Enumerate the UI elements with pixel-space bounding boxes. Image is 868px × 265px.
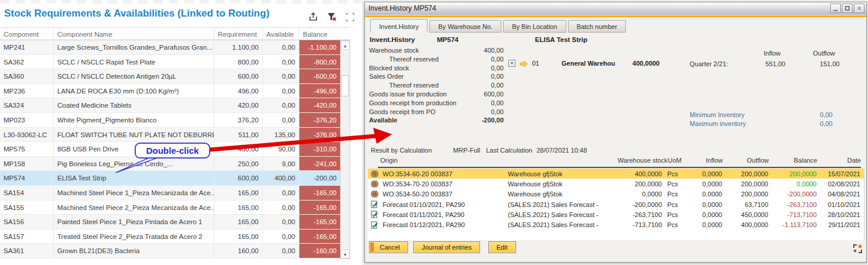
cell-available: 0,00 [262, 215, 299, 229]
detail-row[interactable]: WO:3534-70-20 003837 Warehouse gfjStok 2… [368, 179, 864, 189]
minimize-button[interactable] [830, 4, 841, 13]
inventory-limits: Minimum Inventory 0,00 Maximum inventory… [690, 111, 833, 128]
window-titlebar[interactable]: Invent.History MP574 ✕ [365, 2, 866, 15]
close-button[interactable]: ✕ [854, 4, 864, 13]
cell-requirement: 376,20 [214, 113, 262, 127]
action-button[interactable]: Cancel [369, 241, 408, 253]
table-row[interactable]: L30-93062-LC FLOAT SWITCH TUBE NUT PLATE… [0, 128, 350, 143]
cell-available: 135,00 [262, 128, 299, 142]
expand-plus-icon[interactable]: + [508, 60, 515, 67]
cell-source: (SALES.2021) Sales Forecast - [508, 221, 617, 228]
action-button[interactable]: Edit [488, 241, 516, 253]
cell-outflow: 200,0000 [725, 180, 771, 188]
column-header-outflow[interactable]: Outflow [725, 157, 771, 164]
filter-clear-icon[interactable] [327, 12, 337, 22]
cell-balance: -165,00 [299, 186, 340, 200]
field-label: Goods issue for production [369, 91, 461, 99]
cell-source: (SALES.2021) Sales Forecast - [508, 211, 617, 218]
tab[interactable]: By Bin Location [503, 20, 566, 33]
cell-component-name: Coated Medicine Tablets [53, 98, 214, 112]
column-header-balance[interactable]: Balance [299, 28, 340, 40]
detail-table-header: Origin Warehouse stock UoM Inflow Outflo… [368, 157, 864, 164]
link-arrow-icon[interactable] [520, 60, 528, 69]
cell-warehouse-stock: -263,7100 [617, 211, 664, 218]
table-row[interactable]: SA157 Treated Steel Piece 2_Pieza Tratad… [0, 230, 350, 244]
column-header-uom[interactable]: UoM [665, 157, 683, 164]
tab[interactable]: Batch number [568, 20, 626, 33]
table-row[interactable]: SA324 Coated Medicine Tablets 420,00 0,0… [0, 98, 350, 113]
outflow-value: 151,00 [789, 60, 843, 69]
summary-field-row: Goods receipt from production 0,00 [369, 99, 504, 108]
cell-component-name: Large Screws_Tornillos Grandes_Parafusos… [53, 40, 214, 54]
cell-date: 01/10/2021 [819, 201, 863, 208]
summary-field-row: Thereof reserved 0,00 [369, 82, 504, 91]
cell-source: Warehouse gfjStok [508, 180, 617, 188]
column-header-requirement[interactable]: Requirement [214, 28, 262, 40]
row-icon [368, 211, 381, 218]
column-header-date[interactable]: Date [820, 157, 863, 164]
scroll-down-icon[interactable]: ▼ [341, 250, 350, 258]
cell-inflow: 0,0000 [682, 180, 725, 188]
export-icon[interactable] [308, 11, 319, 22]
table-row[interactable]: MP023 White Pigment_Pigmento Blanco 376,… [0, 113, 350, 128]
scrollbar-thumb[interactable] [341, 75, 349, 96]
column-header-warehouse-stock[interactable]: Warehouse stock [618, 157, 665, 164]
cell-requirement: 1.100,00 [214, 40, 262, 54]
column-header-component[interactable]: Component [0, 28, 53, 40]
cell-component: L30-93062-LC [0, 128, 53, 142]
detail-row[interactable]: WO:3534-60-20 003837 Warehouse gfjStok 4… [368, 169, 864, 179]
maximize-button[interactable] [842, 4, 853, 13]
cell-requirement: 160,00 [214, 244, 262, 258]
cell-warehouse-stock: 200,0000 [617, 180, 664, 188]
cell-component: MP023 [0, 113, 53, 127]
warehouse-name: General Warehou [562, 60, 615, 67]
column-header-inflow[interactable]: Inflow [683, 157, 725, 164]
table-row[interactable]: SA156 Painted Steel Piece 1_Pieza Pintad… [0, 215, 350, 230]
table-row[interactable]: MP158 Pig Boneless Leg_Pierna de Cerdo_.… [0, 157, 350, 172]
cell-origin: WO:3534-50-20 003837 [381, 190, 508, 198]
table-row[interactable]: SA362 SCLC / NSCLC Rapid Test Plate 800,… [0, 55, 350, 70]
table-row[interactable]: MP241 Large Screws_Tornillos Grandes_Par… [0, 40, 350, 55]
calc-label: Result by Calculation [371, 147, 432, 154]
column-header-available[interactable]: Available [262, 28, 299, 40]
table-row[interactable]: SA360 SCLC / NSCLC Detection Antigen 20µ… [0, 69, 350, 84]
cell-origin: Forecast 01/10/2021, PA290 [381, 201, 508, 208]
detail-row[interactable]: Forecast 01/10/2021, PA290 (SALES.2021) … [368, 199, 864, 209]
table-row[interactable]: SA154 Machined Steel Piece 1_Pieza Mecan… [0, 186, 350, 201]
cell-balance: -496,00 [299, 84, 340, 98]
detail-row[interactable]: WO:3534-50-20 003837 Warehouse gfjStok 0… [368, 189, 864, 199]
table-scrollbar[interactable]: ▲ ▼ [340, 40, 350, 259]
cell-requirement: 496,00 [214, 84, 262, 98]
tab[interactable]: By Warehouse No. [429, 20, 501, 33]
limit-label: Maximum inventory [690, 120, 797, 129]
cell-available: 0,00 [262, 244, 299, 258]
table-row[interactable]: MP574 ELISA Test Strip 600,00 400,00 -20… [0, 171, 350, 186]
cell-balance: -1.113,7100 [771, 221, 819, 228]
cell-warehouse-stock: -200,0000 [617, 201, 664, 208]
cell-date: 04/08/2021 [819, 190, 863, 198]
column-header-name[interactable]: Component Name [53, 28, 214, 40]
detail-row[interactable]: Forecast 01/11/2021, PA290 (SALES.2021) … [368, 209, 864, 219]
table-row[interactable]: SA155 Machined Steel Piece 2_Pieza Mecan… [0, 201, 350, 215]
cell-component-name: Treated Steel Piece 2_Pieza Tratada de A… [53, 230, 214, 244]
detail-row[interactable]: Forecast 01/12/2021, PA290 (SALES.2021) … [368, 219, 864, 230]
table-row[interactable]: MP236 LANA DE ROCA E30 mm (D:100 Kg/m³) … [0, 84, 350, 99]
field-label: Sales Order [369, 73, 461, 82]
cell-date: 29/11/2021 [819, 221, 863, 228]
summary-field-row: Sales Order 0,00 [369, 73, 504, 82]
scroll-up-icon[interactable]: ▲ [341, 41, 350, 50]
column-header-balance[interactable]: Balance [771, 157, 820, 164]
cell-balance: 200,0000 [771, 170, 819, 177]
window-title: Invent.History MP574 [368, 4, 436, 12]
column-header-origin[interactable]: Origin [368, 157, 508, 164]
action-button[interactable]: Journal of entries [413, 241, 479, 253]
cell-origin: WO:3534-60-20 003837 [381, 170, 508, 177]
tab[interactable]: Invent.History [370, 19, 428, 33]
resize-grip-icon[interactable] [853, 244, 862, 256]
row-icon [368, 170, 381, 177]
table-row[interactable]: SA361 Grown BL21(DE3) Bacteria 160,00 0,… [0, 244, 350, 258]
field-value: 0,00 [461, 108, 504, 117]
expand-icon[interactable] [345, 12, 355, 22]
summary-field-row: Goods issue for production 600,00 [369, 91, 504, 99]
field-value: 400,00 [461, 47, 504, 56]
